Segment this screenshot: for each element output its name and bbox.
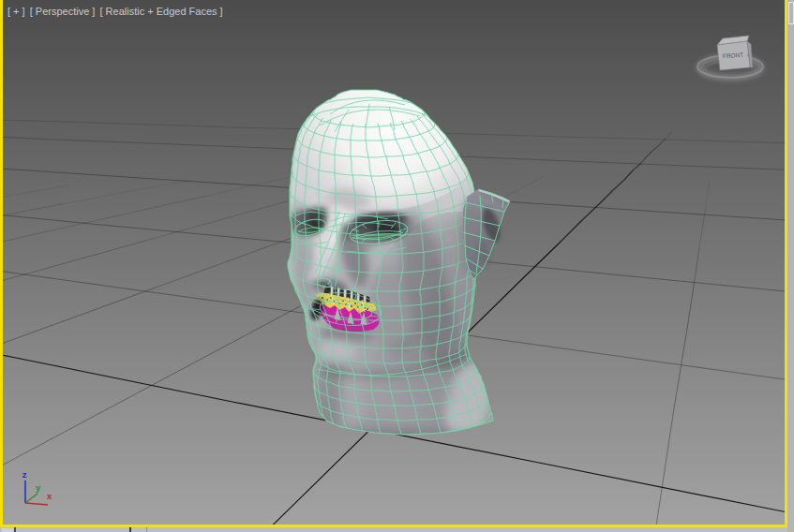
viewport-menu-shading[interactable]: [ Realistic + Edged Faces ] [99,6,222,17]
time-slider-fragment[interactable] [2,528,13,532]
track-bar-edge[interactable] [0,527,787,532]
perspective-viewport[interactable]: FRONT R z y x [ + ] [ Perspective ] [ Re… [0,0,787,527]
world-axis-gizmo: z y x [22,469,52,505]
viewcube[interactable]: FRONT R [697,36,763,78]
viewport-label: [ + ] [ Perspective ] [ Realistic + Edge… [7,6,225,17]
track-tick-2 [129,527,131,532]
viewport-menu-general[interactable]: [ + ] [7,6,25,17]
viewport-border-left [0,0,3,527]
viewport-scene: FRONT R z y x [0,0,787,527]
track-tick-3 [146,527,147,532]
track-tick-1 [14,527,16,532]
command-panel-edge [787,0,794,532]
gizmo-y-label: y [36,482,41,493]
gizmo-z-label: z [22,469,27,480]
application-stage: FRONT R z y x [ + ] [ Perspective ] [ Re… [0,0,794,532]
gizmo-x-label: x [47,491,52,501]
viewport-menu-pov[interactable]: [ Perspective ] [30,6,96,17]
head-model[interactable] [262,54,559,450]
panel-scrollbar[interactable] [788,2,794,24]
